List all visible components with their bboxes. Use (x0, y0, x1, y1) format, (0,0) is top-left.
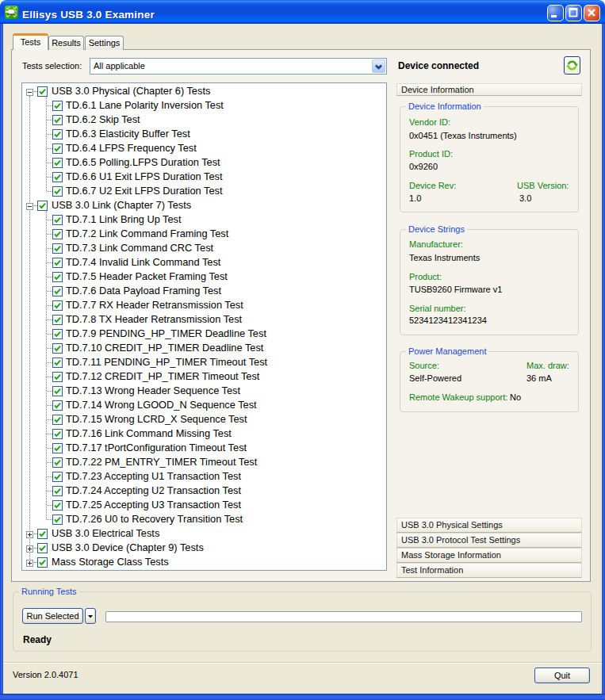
svg-text:a: a (14, 10, 17, 14)
